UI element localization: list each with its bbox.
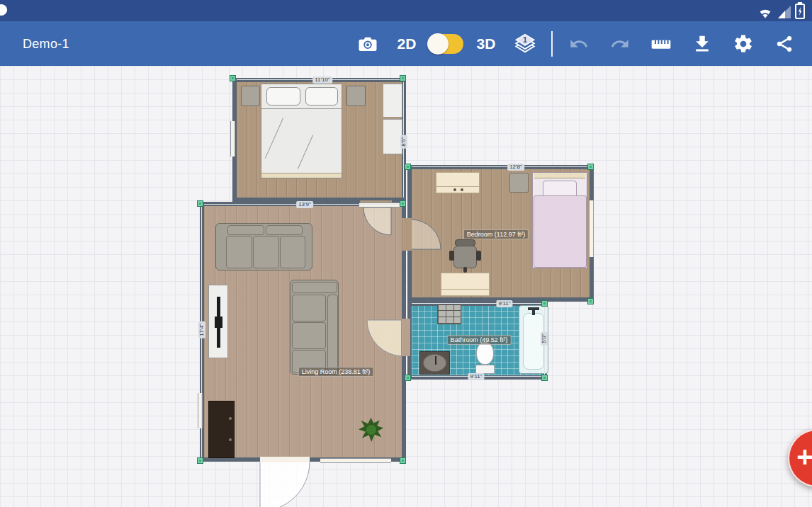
signal-icon <box>777 6 791 19</box>
dimension-label: 13'9" <box>296 201 313 208</box>
corner-handle[interactable] <box>230 75 236 81</box>
svg-text:1: 1 <box>523 35 527 44</box>
corner-handle[interactable] <box>197 457 203 464</box>
tv-stand[interactable] <box>208 285 228 358</box>
toilet[interactable] <box>475 341 495 374</box>
layers-button[interactable]: 1 <box>504 21 546 66</box>
undo-icon <box>569 34 589 54</box>
sink[interactable] <box>419 351 450 375</box>
toolbar-divider <box>551 31 553 57</box>
pillow <box>266 87 300 106</box>
redo-icon <box>610 34 630 54</box>
dresser[interactable] <box>436 172 480 193</box>
door-gap-bedroom <box>402 218 412 251</box>
corner-handle[interactable] <box>400 200 406 207</box>
corner-handle[interactable] <box>405 164 411 170</box>
dimension-label: 8'5" <box>400 135 407 148</box>
wardrobe-lower[interactable] <box>383 119 402 154</box>
plus-icon: + <box>796 441 812 473</box>
corner-handle[interactable] <box>197 200 203 207</box>
corner-handle[interactable] <box>587 164 594 170</box>
download-icon <box>692 33 713 55</box>
export-button[interactable] <box>682 21 723 66</box>
pillow <box>305 87 338 106</box>
double-bed[interactable] <box>261 84 342 178</box>
floorplan-canvas[interactable]: 11'10" 13'9" 12'8" 9'11" 9'11" 17'4" 8'5… <box>0 66 812 507</box>
settings-button[interactable] <box>723 21 764 66</box>
corner-handle[interactable] <box>541 375 548 381</box>
project-title: Demo-1 <box>23 36 69 51</box>
wardrobe-upper[interactable] <box>383 84 402 118</box>
undo-button[interactable] <box>558 21 599 66</box>
corner-handle[interactable] <box>541 300 548 307</box>
toggle-knob <box>427 33 449 55</box>
single-bed[interactable] <box>532 172 587 268</box>
ruler-icon <box>650 33 672 55</box>
duvet <box>534 195 587 268</box>
window-bedroom[interactable] <box>589 200 594 257</box>
2d-3d-toggle[interactable] <box>429 34 463 54</box>
battery-charging-icon <box>795 2 805 19</box>
corner-handle[interactable] <box>400 75 406 81</box>
nightstand[interactable] <box>509 173 529 193</box>
dimension-line <box>412 166 590 167</box>
room-label-bathroom: Bathroom (49.52 ft²) <box>447 335 512 345</box>
window-living-bottom[interactable] <box>320 458 391 463</box>
camera-snapshot-button[interactable] <box>347 21 388 66</box>
redo-button[interactable] <box>599 21 641 66</box>
corner-handle[interactable] <box>405 375 411 381</box>
door-arcs <box>0 66 812 507</box>
label-3d: 3D <box>468 35 504 52</box>
corner-handle[interactable] <box>400 457 406 464</box>
nightstand[interactable] <box>346 86 366 106</box>
dimension-label: 9'11" <box>468 373 484 380</box>
dimension-line <box>412 303 543 304</box>
label-2d: 2D <box>388 35 425 52</box>
app-toolbar: Demo-1 2D 3D 1 <box>0 21 812 66</box>
share-icon <box>774 34 794 54</box>
dimension-label: 12'8" <box>507 164 524 171</box>
wifi-icon <box>757 6 774 19</box>
desk[interactable] <box>441 273 490 296</box>
cabinet[interactable] <box>208 401 235 458</box>
dimension-label: 9'11" <box>496 300 512 307</box>
notification-icon <box>0 3 9 18</box>
status-bar <box>0 0 812 21</box>
door-gap-entry <box>260 457 310 462</box>
bathroom-shelf[interactable] <box>437 304 461 324</box>
gear-icon <box>733 33 754 55</box>
layers-icon: 1 <box>513 32 537 56</box>
room-label-living: Living Room (238.81 ft²) <box>298 367 374 377</box>
sofa-chaise[interactable] <box>290 280 339 375</box>
door-gap-bathroom <box>401 319 410 356</box>
dimension-label: 5'0" <box>541 331 548 345</box>
measure-button[interactable] <box>641 21 682 66</box>
corner-handle[interactable] <box>587 298 594 304</box>
office-chair[interactable] <box>449 239 481 273</box>
nightstand[interactable] <box>241 86 260 106</box>
share-button[interactable] <box>764 21 805 66</box>
dimension-label: 11'10" <box>312 76 332 84</box>
sofa-three-seat[interactable] <box>215 223 312 270</box>
window-bedroom-main[interactable] <box>230 121 235 156</box>
camera-icon <box>357 33 378 55</box>
dimension-label: 17'4" <box>198 321 205 338</box>
room-label-bedroom: Bedroom (112.97 ft²) <box>463 229 529 239</box>
